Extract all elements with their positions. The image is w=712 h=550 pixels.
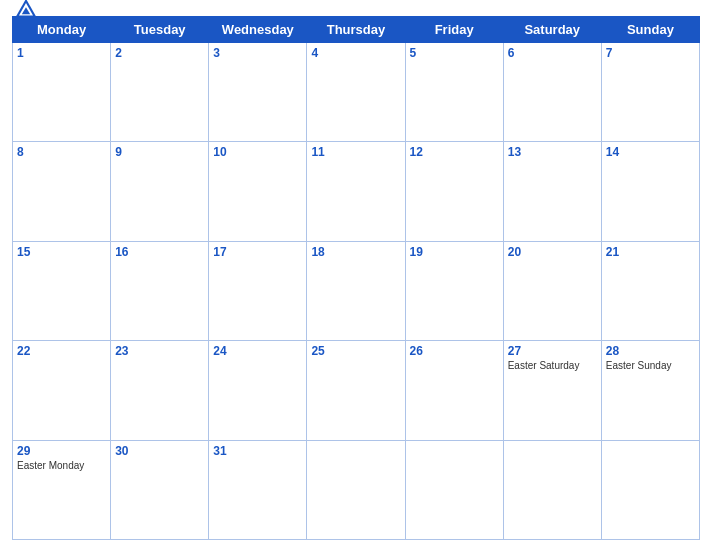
calendar-cell: 10: [209, 142, 307, 241]
calendar-week-row: 29Easter Monday3031: [13, 440, 700, 539]
calendar-cell: 20: [503, 241, 601, 340]
day-number: 18: [311, 245, 400, 259]
day-number: 1: [17, 46, 106, 60]
calendar-cell: 24: [209, 341, 307, 440]
day-number: 4: [311, 46, 400, 60]
holiday-name: Easter Sunday: [606, 360, 695, 371]
header-friday: Friday: [405, 17, 503, 43]
day-number: 9: [115, 145, 204, 159]
calendar-week-row: 1234567: [13, 43, 700, 142]
calendar-cell: 13: [503, 142, 601, 241]
day-number: 25: [311, 344, 400, 358]
calendar-cell: 16: [111, 241, 209, 340]
calendar-cell: [307, 440, 405, 539]
day-number: 20: [508, 245, 597, 259]
calendar-cell: 19: [405, 241, 503, 340]
calendar-cell: [601, 440, 699, 539]
calendar-cell: 6: [503, 43, 601, 142]
header-thursday: Thursday: [307, 17, 405, 43]
day-number: 15: [17, 245, 106, 259]
calendar-cell: 2: [111, 43, 209, 142]
day-number: 12: [410, 145, 499, 159]
calendar-week-row: 891011121314: [13, 142, 700, 241]
day-number: 31: [213, 444, 302, 458]
day-number: 13: [508, 145, 597, 159]
day-number: 2: [115, 46, 204, 60]
calendar-cell: 9: [111, 142, 209, 241]
day-number: 22: [17, 344, 106, 358]
calendar-cell: 30: [111, 440, 209, 539]
calendar-cell: 17: [209, 241, 307, 340]
calendar-cell: [503, 440, 601, 539]
calendar-cell: 18: [307, 241, 405, 340]
header-saturday: Saturday: [503, 17, 601, 43]
day-number: 28: [606, 344, 695, 358]
calendar-cell: 12: [405, 142, 503, 241]
day-number: 21: [606, 245, 695, 259]
holiday-name: Easter Saturday: [508, 360, 597, 371]
day-number: 23: [115, 344, 204, 358]
day-number: 3: [213, 46, 302, 60]
header-wednesday: Wednesday: [209, 17, 307, 43]
day-number: 26: [410, 344, 499, 358]
calendar-cell: 5: [405, 43, 503, 142]
day-number: 11: [311, 145, 400, 159]
day-number: 14: [606, 145, 695, 159]
calendar-cell: 3: [209, 43, 307, 142]
calendar-cell: 22: [13, 341, 111, 440]
holiday-name: Easter Monday: [17, 460, 106, 471]
calendar-cell: [405, 440, 503, 539]
calendar-cell: 29Easter Monday: [13, 440, 111, 539]
calendar-cell: 27Easter Saturday: [503, 341, 601, 440]
header-tuesday: Tuesday: [111, 17, 209, 43]
day-number: 8: [17, 145, 106, 159]
calendar-cell: 11: [307, 142, 405, 241]
day-number: 16: [115, 245, 204, 259]
calendar-cell: 23: [111, 341, 209, 440]
day-number: 29: [17, 444, 106, 458]
logo: [12, 0, 44, 24]
day-number: 30: [115, 444, 204, 458]
day-number: 19: [410, 245, 499, 259]
calendar-cell: 8: [13, 142, 111, 241]
calendar-container: Monday Tuesday Wednesday Thursday Friday…: [0, 0, 712, 550]
day-number: 24: [213, 344, 302, 358]
day-number: 27: [508, 344, 597, 358]
day-number: 10: [213, 145, 302, 159]
header-sunday: Sunday: [601, 17, 699, 43]
calendar-cell: 7: [601, 43, 699, 142]
calendar-cell: 25: [307, 341, 405, 440]
calendar-cell: 1: [13, 43, 111, 142]
calendar-week-row: 222324252627Easter Saturday28Easter Sund…: [13, 341, 700, 440]
calendar-cell: 28Easter Sunday: [601, 341, 699, 440]
weekday-header-row: Monday Tuesday Wednesday Thursday Friday…: [13, 17, 700, 43]
day-number: 5: [410, 46, 499, 60]
day-number: 7: [606, 46, 695, 60]
calendar-week-row: 15161718192021: [13, 241, 700, 340]
day-number: 6: [508, 46, 597, 60]
calendar-cell: 31: [209, 440, 307, 539]
logo-icon: [12, 0, 40, 24]
day-number: 17: [213, 245, 302, 259]
calendar-cell: 26: [405, 341, 503, 440]
calendar-cell: 4: [307, 43, 405, 142]
calendar-cell: 14: [601, 142, 699, 241]
calendar-cell: 21: [601, 241, 699, 340]
calendar-cell: 15: [13, 241, 111, 340]
calendar-table: Monday Tuesday Wednesday Thursday Friday…: [12, 16, 700, 540]
